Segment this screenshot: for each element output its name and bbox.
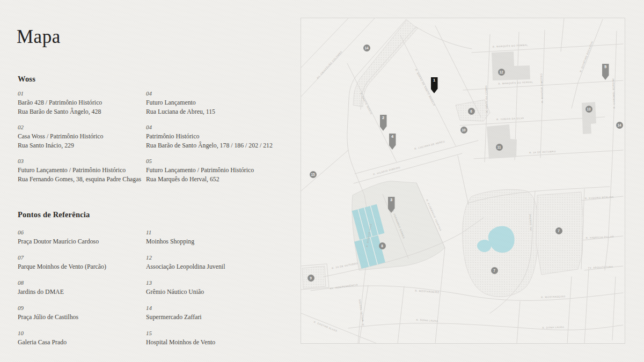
map-marker-7[interactable]: 7 — [491, 267, 498, 274]
mapa-page: { "page": { "title": "Mapa" }, "sections… — [0, 0, 644, 362]
item-name: Praça Júlio de Castilhos — [18, 313, 144, 322]
item-number: 12 — [146, 253, 296, 262]
street-label: AV. INDEPENDÊNCIA — [330, 283, 358, 290]
street-label: R. MARQUÊS DO POMBAL — [493, 43, 528, 48]
item-name: Parque Moinhos de Vento (Parcão) — [18, 262, 144, 271]
building-leopoldina — [492, 51, 530, 80]
woss-legend: 01 Barão 428 / Patrimônio Histórico Rua … — [18, 89, 308, 207]
map-marker-7[interactable]: 7 — [555, 227, 562, 234]
item-title: Futuro Lançamento / Patrimônio Histórico — [18, 166, 144, 175]
map-marker-15[interactable]: 15 — [310, 171, 317, 178]
item-number: 08 — [18, 278, 144, 287]
item-name: Supermercado Zaffari — [146, 313, 296, 322]
ref-item-09: 09 Praça Júlio de Castilhos — [18, 304, 144, 322]
buildings — [487, 51, 596, 159]
item-number: 04 — [146, 123, 296, 132]
item-name: Moinhos Shopping — [146, 237, 296, 246]
ref-item-12: 12 Associação Leopoldina Juvenil — [146, 253, 296, 271]
item-title: Casa Woss / Patrimônio Histórico — [18, 132, 144, 141]
item-name: Galeria Casa Prado — [18, 338, 144, 347]
street-label: R. DONA LAURA — [416, 319, 438, 322]
item-name: Hospital Moinhos de Vento — [146, 338, 296, 347]
item-title: Patrimônio Histórico — [146, 132, 296, 141]
ref-item-13: 13 Grêmio Náutico União — [146, 278, 296, 297]
neighborhood-map: AV. CRISTÓVÃO COLOMBOR. SANTO INÁCIOR. B… — [301, 18, 625, 344]
ref-item-08: 08 Jardins do DMAE — [18, 278, 144, 297]
map-marker-9[interactable]: 9 — [308, 275, 314, 282]
item-name: Praça Doutor Maurício Cardoso — [18, 237, 144, 246]
item-number: 01 — [18, 89, 144, 98]
street-label: R. TOBIAS DA SILVA — [496, 117, 524, 121]
street-label: R. LUCIANA DE ABREU — [414, 140, 445, 150]
item-title: Barão 428 / Patrimônio Histórico — [18, 98, 144, 107]
building-moinhos-shopping — [487, 124, 517, 159]
referencias-section-heading: Pontos de Referência — [18, 210, 90, 219]
street-label: R. EUDORO BERLINK — [585, 196, 614, 200]
woss-item-01: 01 Barão 428 / Patrimônio Histórico Rua … — [18, 89, 144, 116]
referencias-legend: 06 Praça Doutor Maurício Cardoso 07 Parq… — [18, 228, 318, 349]
ref-item-11: 11 Moinhos Shopping — [146, 228, 296, 246]
ref-item-06: 06 Praça Doutor Maurício Cardoso — [18, 228, 144, 246]
item-title: Futuro Lançamento — [146, 98, 296, 107]
map-marker-13[interactable]: 13 — [586, 106, 592, 113]
ref-item-15: 15 Hospital Moinhos de Vento — [146, 329, 296, 347]
item-number: 04 — [146, 89, 296, 98]
woss-item-05: 05 Futuro Lançamento / Patrimônio Histór… — [146, 157, 296, 184]
item-number: 15 — [146, 329, 296, 338]
woss-item-03: 03 Futuro Lançamento / Patrimônio Histór… — [18, 157, 144, 184]
item-address: Rua Luciana de Abreu, 115 — [146, 107, 296, 116]
item-number: 05 — [146, 157, 296, 166]
item-address: Rua Marquês do Herval, 652 — [146, 175, 296, 184]
item-name: Jardins do DMAE — [18, 287, 144, 297]
map-marker-6[interactable]: 6 — [468, 108, 475, 115]
item-number: 09 — [18, 304, 144, 313]
ref-item-07: 07 Parque Moinhos de Vento (Parcão) — [18, 253, 144, 271]
item-address: Rua Barão de Santo Ângelo, 178 / 186 / 2… — [146, 141, 296, 150]
item-number: 02 — [18, 123, 144, 132]
street-label: R. 24 DE OUTUBRO — [529, 150, 556, 154]
ref-item-10: 10 Galeria Casa Prado — [18, 329, 144, 347]
map-marker-11[interactable]: 11 — [496, 144, 503, 151]
item-address: Rua Fernando Gomes, 38, esquina Padre Ch… — [18, 175, 144, 184]
street-label: R. FABRÍCIO PILLAR — [586, 235, 614, 240]
woss-item-04b: 04 Patrimônio Histórico Rua Barão de San… — [146, 123, 296, 150]
street-label: R. MARQUÊS DO HERVAL — [498, 80, 533, 85]
street-label: AV. CRISTÓVÃO COLOMBO — [316, 50, 343, 79]
page-title: Mapa — [17, 26, 61, 48]
item-number: 06 — [18, 228, 144, 237]
street-label: R. MOSTARDEIRO — [541, 295, 566, 299]
map-marker-14[interactable]: 14 — [616, 122, 623, 129]
street-label: R. 24 DE OUTUBRO — [332, 262, 358, 269]
item-number: 11 — [146, 228, 296, 237]
item-name: Associação Leopoldina Juvenil — [146, 262, 296, 271]
map-marker-12[interactable]: 12 — [498, 69, 505, 76]
item-number: 14 — [146, 304, 296, 313]
map-marker-8[interactable]: 8 — [379, 242, 386, 249]
map-canvas: AV. CRISTÓVÃO COLOMBOR. SANTO INÁCIOR. B… — [301, 18, 625, 343]
street-label: R. QUINTINO BOCAIÚVA — [579, 41, 594, 72]
woss-section-heading: Woss — [18, 75, 35, 84]
street-label: R. MOSTARDEIRO — [415, 289, 440, 293]
item-number: 13 — [146, 278, 296, 287]
map-marker-14[interactable]: 14 — [363, 45, 370, 51]
map-marker-10[interactable]: 10 — [460, 127, 467, 134]
street-network — [301, 18, 623, 343]
item-number: 07 — [18, 253, 144, 262]
item-title: Futuro Lançamento / Patrimônio Histórico — [146, 166, 296, 175]
item-address: Rua Santo Inácio, 229 — [18, 141, 144, 150]
woss-item-02: 02 Casa Woss / Patrimônio Histórico Rua … — [18, 123, 144, 150]
item-number: 10 — [18, 329, 144, 338]
woss-item-04a: 04 Futuro Lançamento Rua Luciana de Abre… — [146, 89, 296, 116]
street-label: R. DONA LAURA — [542, 326, 564, 329]
item-name: Grêmio Náutico União — [146, 287, 296, 297]
item-number: 03 — [18, 157, 144, 166]
item-address: Rua Barão de Santo Ângelo, 428 — [18, 107, 144, 116]
ref-item-14: 14 Supermercado Zaffari — [146, 304, 296, 322]
